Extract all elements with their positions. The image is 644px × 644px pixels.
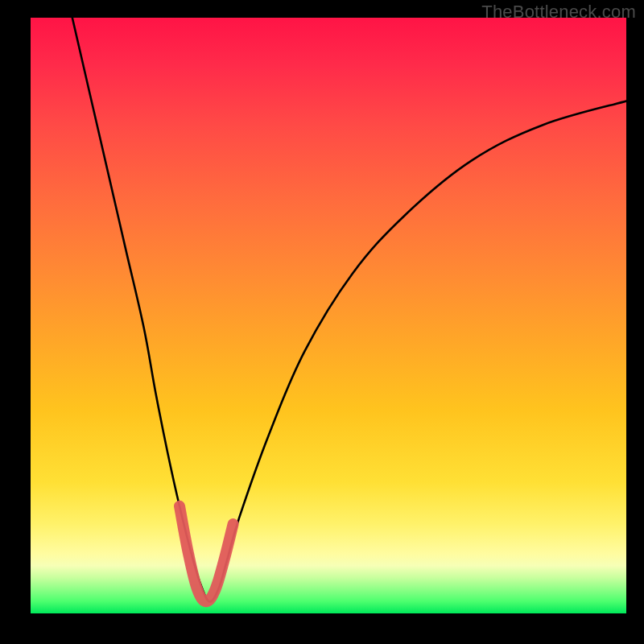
plot-area (31, 18, 626, 613)
curve-svg (31, 18, 626, 613)
bottleneck-curve (72, 18, 626, 601)
highlight-segment (180, 506, 233, 601)
watermark-text: TheBottleneck.com (481, 2, 636, 23)
chart-frame: TheBottleneck.com (0, 0, 644, 644)
